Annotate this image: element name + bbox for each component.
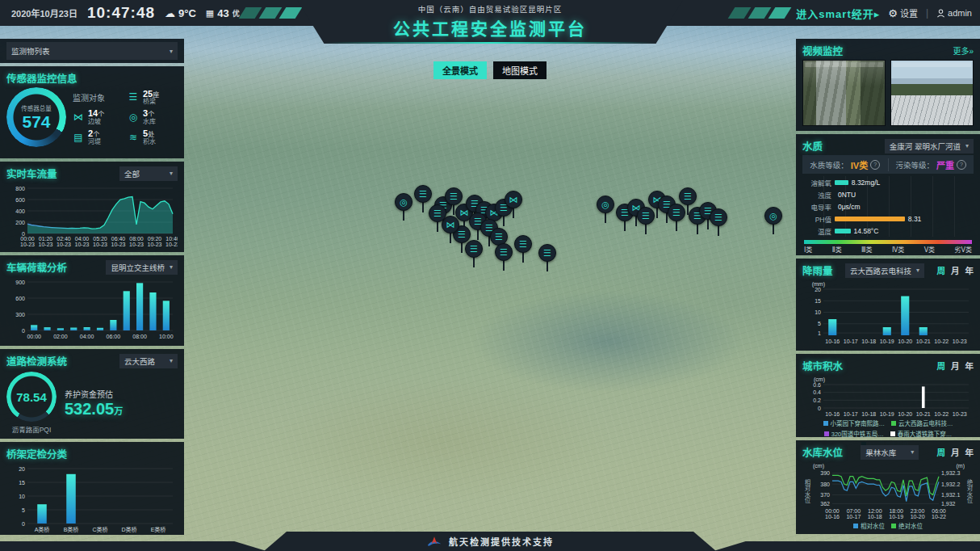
- svg-text:A类桥: A类桥: [35, 526, 50, 533]
- map-marker-bridge[interactable]: ☰: [514, 235, 532, 253]
- svg-text:1,932: 1,932: [941, 501, 956, 507]
- rainfall-station-dropdown[interactable]: 云大西路云电科技▾: [845, 263, 924, 278]
- tab-周[interactable]: 周: [937, 360, 946, 372]
- map-mode-button[interactable]: 地图模式: [493, 61, 547, 79]
- video-thumbnail-1[interactable]: [802, 60, 886, 126]
- svg-text:(cm): (cm): [813, 463, 824, 469]
- info-icon[interactable]: ?: [957, 160, 966, 170]
- map-marker-bridge[interactable]: ☰: [668, 204, 685, 221]
- chevron-down-icon: ▾: [170, 357, 173, 364]
- tab-周[interactable]: 周: [936, 446, 945, 458]
- tab-周[interactable]: 周: [936, 264, 945, 276]
- map-marker-reservoir[interactable]: ◎: [597, 196, 614, 213]
- grade-scale-label: Ⅰ类: [804, 245, 812, 254]
- svg-text:370: 370: [820, 492, 830, 498]
- marker-stem: [453, 204, 454, 215]
- legend-swatch: [890, 431, 895, 436]
- bridge-icon: ☰: [538, 244, 556, 262]
- reservoir-dropdown[interactable]: 果林水库▾: [861, 445, 919, 460]
- platform-subtitle: 中国（云南）自由贸易试验区昆明片区: [297, 3, 683, 15]
- marker-stem: [513, 207, 514, 218]
- waterlogging-period-tabs: 周月年: [937, 360, 974, 372]
- metric-value: 14.58°C: [854, 227, 879, 235]
- object-label: 积水: [143, 139, 156, 146]
- map-marker-reservoir[interactable]: ◎: [764, 207, 782, 225]
- vehicle-load-chart: 030060090000:0002:0004:0006:0008:0010:00: [6, 276, 178, 341]
- video-thumbnail-2[interactable]: [890, 60, 974, 126]
- map-marker-slope[interactable]: ⋈: [505, 191, 522, 208]
- map-marker-bridge[interactable]: ☰: [538, 244, 556, 262]
- map-marker-bridge[interactable]: ☰: [679, 187, 697, 205]
- chevron-down-icon: ▾: [170, 170, 173, 177]
- pqi-value: 78.54: [16, 390, 47, 404]
- load-bridge-dropdown[interactable]: 昆明立交主线桥▾: [106, 260, 178, 275]
- svg-text:00:00: 00:00: [20, 236, 35, 242]
- map-marker-bridge[interactable]: ☰: [445, 187, 463, 205]
- map-marker-bridge[interactable]: ☰: [414, 185, 432, 203]
- svg-text:10-21: 10-21: [916, 411, 931, 417]
- monitor-list-dropdown[interactable]: 监测物列表 ▾: [6, 42, 178, 60]
- svg-text:10:40: 10:40: [165, 236, 178, 242]
- camera-osd-bar: [893, 62, 971, 67]
- admin-account-button[interactable]: admin: [936, 8, 972, 18]
- legend-item: 320国道中铁五局…: [824, 429, 884, 438]
- decor-stripes-left: [242, 7, 299, 19]
- link-arrow-icon: ▸: [874, 8, 881, 20]
- road-dropdown[interactable]: 云大西路▾: [119, 354, 178, 368]
- monitored-object-item: ≋5处积水: [128, 128, 178, 146]
- object-count: 2个: [88, 128, 101, 139]
- more-videos-link[interactable]: 更多»: [953, 44, 974, 57]
- panel-title: 视频监控: [802, 43, 843, 58]
- traffic-filter-dropdown[interactable]: 全部▾: [119, 166, 178, 181]
- svg-text:0.6: 0.6: [813, 382, 821, 388]
- marker-stem: [422, 201, 424, 212]
- legend-item: 绝对水位: [891, 521, 923, 530]
- svg-text:400: 400: [15, 208, 25, 214]
- bridge-icon: ☰: [495, 243, 513, 261]
- map-marker-bridge[interactable]: ☰: [710, 208, 727, 226]
- smart-zone-link[interactable]: 进入smart经开▸: [796, 6, 880, 21]
- metric-value: 0μs/cm: [838, 203, 861, 211]
- panorama-mode-button[interactable]: 全景模式: [433, 61, 487, 79]
- slope-icon: ⋈: [505, 191, 522, 208]
- legend-swatch: [891, 524, 896, 528]
- map-marker-reservoir[interactable]: ◎: [395, 193, 413, 211]
- video-surveillance-panel: 视频监控 更多»: [796, 39, 980, 131]
- grade-scale-label: Ⅳ类: [892, 245, 904, 254]
- svg-text:10-20: 10-20: [898, 339, 912, 344]
- svg-text:05:20: 05:20: [93, 236, 107, 242]
- water-source-dropdown[interactable]: 金康河 翠明水厂河道▾: [885, 139, 974, 154]
- maintenance-cost-label: 养护资金预估: [65, 388, 123, 400]
- svg-text:10-19: 10-19: [889, 514, 903, 519]
- pqi-gauge: 78.54: [6, 372, 57, 422]
- waterlogging-icon: ≋: [128, 132, 139, 143]
- svg-text:10-16: 10-16: [825, 411, 840, 417]
- svg-text:10: 10: [19, 494, 25, 499]
- settings-button[interactable]: ⚙ 设置: [888, 6, 918, 19]
- waterlogging-chart: 00.20.40.6(cm)10-1610-1710-1810-1910-201…: [802, 375, 974, 419]
- bridge-icon: ☰: [668, 204, 685, 221]
- svg-text:10-23: 10-23: [111, 242, 126, 247]
- tab-年[interactable]: 年: [965, 264, 974, 276]
- tab-月[interactable]: 月: [951, 360, 960, 372]
- map-marker-bridge[interactable]: ☰: [465, 240, 483, 258]
- map-marker-bridge[interactable]: ☰: [429, 204, 446, 222]
- svg-text:02:40: 02:40: [57, 236, 71, 242]
- date-label: 2020年10月23日: [11, 6, 77, 19]
- svg-text:(m): (m): [957, 463, 965, 469]
- reservoir-icon: ◎: [395, 193, 413, 211]
- map-marker-bridge[interactable]: ☰: [495, 243, 513, 261]
- map-marker-bridge[interactable]: ☰: [637, 207, 655, 225]
- svg-text:(cm): (cm): [814, 376, 825, 383]
- object-label: 河堤: [88, 139, 101, 146]
- tab-年[interactable]: 年: [965, 360, 974, 372]
- bridge-icon: ☰: [414, 185, 432, 203]
- tab-月[interactable]: 月: [951, 264, 960, 276]
- metric-label: 浊度: [802, 190, 831, 200]
- header-left-cluster: 2020年10月23日 10:47:48 ☁ 9°C ▦ 43 优: [11, 0, 240, 26]
- info-icon[interactable]: ?: [870, 160, 880, 170]
- svg-text:08:00: 08:00: [132, 334, 147, 339]
- bridge-icon: ☰: [637, 207, 655, 225]
- tab-月[interactable]: 月: [951, 446, 960, 458]
- tab-年[interactable]: 年: [965, 446, 974, 458]
